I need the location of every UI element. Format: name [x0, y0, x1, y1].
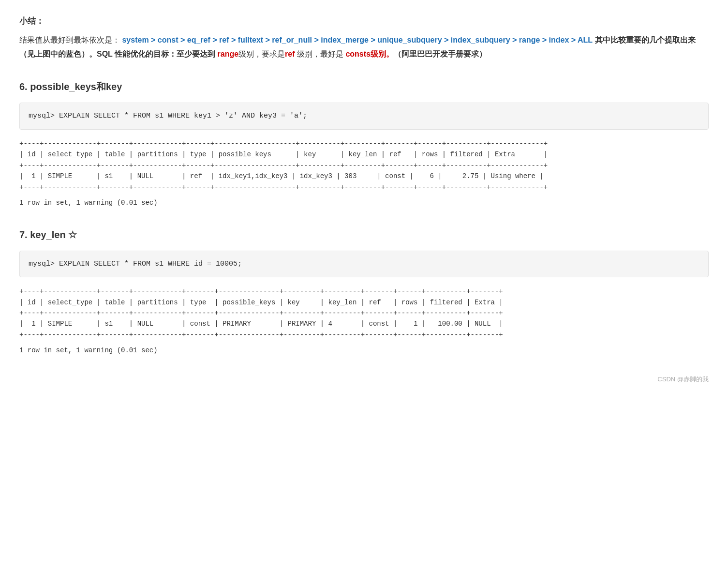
level-text: 级别，要求是 [238, 50, 285, 58]
section7-table: +----+-------------+-------+------------… [19, 286, 709, 340]
section6-sql: mysql> EXPLAIN SELECT * FROM s1 WHERE ke… [19, 103, 709, 130]
section6-table: +----+-------------+-------+------------… [19, 138, 709, 193]
section7: 7. key_len ☆ mysql> EXPLAIN SELECT * FRO… [19, 226, 709, 357]
summary-title: 小结： [19, 15, 709, 29]
summary-section: 小结： 结果值从最好到最坏依次是： system > const > eq_re… [19, 15, 709, 61]
alibaba-text: （阿里巴巴开发手册要求） [394, 50, 487, 58]
summary-prefix: 结果值从最好到最坏依次是： [19, 36, 120, 44]
section7-sql: mysql> EXPLAIN SELECT * FROM s1 WHERE id… [19, 251, 709, 278]
range-keyword: range [218, 50, 239, 58]
section7-result: 1 row in set, 1 warning (0.01 sec) [19, 345, 709, 357]
summary-body: 结果值从最好到最坏依次是： system > const > eq_ref > … [19, 33, 709, 61]
section6-title: 6. possible_keys和key [19, 78, 709, 95]
footer: CSDN @赤脚的我 [19, 374, 709, 385]
section6-result: 1 row in set, 1 warning (0.01 sec) [19, 197, 709, 209]
level-text2: 级别，最好是 [295, 50, 346, 58]
ref-keyword: ref [285, 50, 295, 58]
footer-text: CSDN @赤脚的我 [657, 376, 709, 383]
section6: 6. possible_keys和key mysql> EXPLAIN SELE… [19, 78, 709, 209]
consts-keyword: consts级别。 [345, 50, 394, 58]
section7-title: 7. key_len ☆ [19, 226, 709, 243]
summary-blue-text: system > const > eq_ref > ref > fulltext… [122, 36, 593, 44]
